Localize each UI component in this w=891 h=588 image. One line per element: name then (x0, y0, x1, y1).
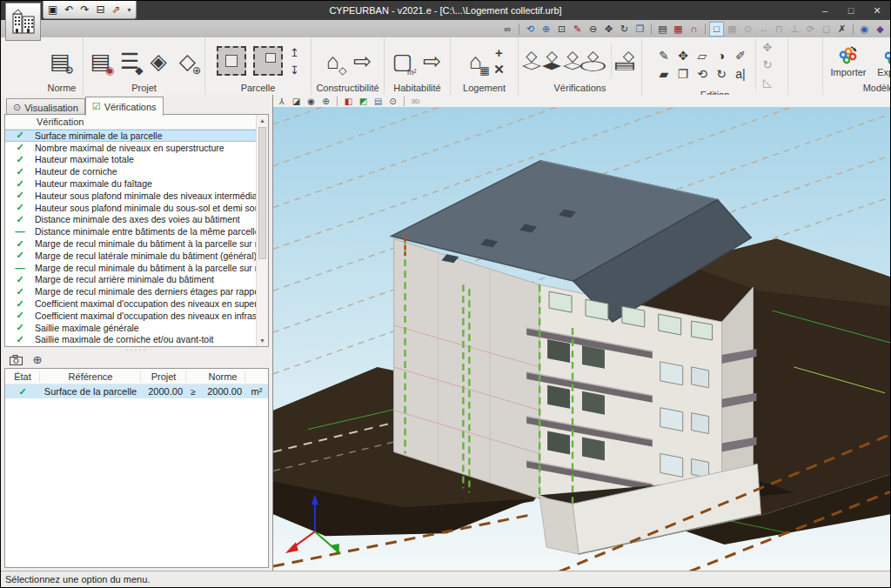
scrollbar-thumb[interactable] (258, 127, 266, 259)
grid-icon[interactable]: ▦ (725, 22, 740, 37)
bim-export-button[interactable]: Exporter (874, 45, 891, 77)
zoom-out-icon[interactable]: ⊖ (586, 22, 600, 37)
tools-icon[interactable]: ✗ (834, 22, 849, 37)
list-item[interactable]: ✓Surface minimale de la parcelle (5, 130, 257, 142)
list-item[interactable]: ✓Marge de recul minimale du bâtiment à l… (5, 237, 257, 250)
verify-edges-icon[interactable]: ◇ ◇ (522, 43, 541, 78)
list-item[interactable]: ✓Marge de recul minimale des derniers ét… (5, 285, 257, 297)
project-data-icon[interactable]: ▤ ◉ (87, 43, 114, 79)
camera-icon[interactable] (8, 353, 23, 366)
zoom-all-icon[interactable]: ⊕ (539, 22, 553, 37)
application-menu-button[interactable] (5, 3, 41, 41)
dimension-text-icon[interactable]: ⊓ (772, 22, 787, 37)
save-icon[interactable]: ▣ (48, 4, 57, 15)
verify-parcel-icon[interactable]: ◇ ◆ (543, 43, 562, 78)
snapshot-icon[interactable]: ▤ (372, 96, 385, 107)
rotate-icon[interactable]: ↻ (716, 67, 727, 81)
add-logement-icon[interactable]: + (492, 44, 507, 60)
copy-icon[interactable]: ❐ (678, 67, 689, 81)
rotate-view-icon[interactable]: ⟳ (803, 22, 818, 37)
chevron-down-icon[interactable]: ▾ (128, 6, 131, 14)
move-icon[interactable]: ✥ (678, 49, 688, 63)
project-position-icon[interactable]: ◇ ⊕ (174, 43, 201, 79)
habitability-icon[interactable]: ▢ m² (389, 43, 417, 79)
eraser-icon[interactable]: ▰ (660, 67, 669, 81)
list-item[interactable]: ✓Hauteur maximale totale (5, 154, 257, 166)
send-view-icon[interactable]: ❐ (633, 22, 647, 37)
redraw-icon[interactable]: ✎ (570, 22, 585, 37)
zoom-previous-icon[interactable]: ⟲ (523, 22, 538, 37)
list-item[interactable]: ✓Nombre maximal de niveaux en superstruc… (5, 142, 257, 154)
tab-verifications[interactable]: ☑ Vérifications (85, 97, 164, 116)
move-small-icon[interactable]: ✥ (760, 39, 775, 55)
list-item[interactable]: ✓Saillie maximale de corniche et/ou avan… (5, 334, 257, 346)
dxf-layers-icon[interactable]: ▦ (671, 22, 686, 37)
export-icon[interactable]: ⇗ (112, 4, 121, 15)
redo-icon[interactable]: ↷ (80, 4, 89, 15)
logement-icon[interactable]: ⌂ ▦ (462, 43, 490, 79)
parcel-raise-icon[interactable]: ↥ (287, 44, 303, 60)
print-icon[interactable]: ⊟ (96, 4, 104, 15)
scroll-down-icon[interactable]: ▼ (257, 335, 268, 346)
axes-icon[interactable]: ⅄ (275, 96, 288, 107)
eye-orbit-icon[interactable]: ◉ (305, 96, 318, 107)
invert-icon[interactable]: ⟲ (697, 67, 707, 81)
symmetry-icon[interactable]: ◑ (718, 49, 725, 63)
view-3d-icon[interactable]: ◪ (290, 96, 303, 107)
scroll-up-icon[interactable]: ▲ (257, 115, 268, 126)
gimbal-icon[interactable]: ⊕ (319, 96, 332, 107)
undo-icon[interactable]: ↶ (64, 4, 73, 15)
minimize-button[interactable]: – (812, 1, 838, 20)
help-book-icon[interactable]: ◆ (873, 22, 888, 37)
parcel-edit-icon[interactable] (253, 46, 283, 76)
list-item[interactable]: ✓Hauteur de corniche (5, 165, 257, 177)
close-button[interactable]: ✕ (864, 1, 890, 20)
list-item[interactable]: ✓Marge de recul arrière minimale du bâti… (5, 274, 257, 286)
list-item[interactable]: —Marge de recul minimale du bâtiment à l… (5, 262, 257, 274)
section-green-icon[interactable]: ◩ (357, 96, 370, 107)
list-scrollbar[interactable]: ▲ ▼ (256, 115, 268, 346)
maximize-button[interactable]: □ (838, 1, 864, 20)
list-item[interactable]: ✓Coefficient maximal d'occupation des ni… (5, 297, 257, 310)
target-icon[interactable]: ⊕ (30, 353, 45, 366)
rotate-small-icon[interactable]: ↻ (760, 57, 775, 72)
erase-small-icon[interactable]: ◺ (760, 74, 775, 90)
list-item[interactable]: ✓Hauteur maximale du faîtage (5, 177, 257, 190)
verify-volume-icon[interactable]: ◇ ◯ (584, 43, 603, 78)
project-layers-icon[interactable]: ◈ (145, 43, 172, 79)
perpendicular-icon[interactable]: ⊥ (787, 22, 802, 37)
visibility-icon[interactable]: ⊙ (386, 96, 399, 107)
parcel-icon[interactable] (217, 46, 246, 76)
section-red-icon[interactable]: ◧ (342, 96, 355, 107)
orbit-icon[interactable]: ↻ (617, 22, 632, 37)
panel-splitter[interactable]: ····· (1, 347, 272, 352)
dimension-linear-icon[interactable]: ↔ (756, 22, 771, 37)
modify-icon[interactable]: ✐ (735, 49, 746, 63)
web-globe-icon[interactable]: ◉ (857, 22, 872, 37)
tab-visualisation[interactable]: ⊙ Visualisation (6, 98, 85, 116)
list-item[interactable]: —Distance minimale entre bâtiments de la… (5, 225, 257, 237)
list-item[interactable]: ✓Hauteur sous plafond minimale du sous-s… (5, 202, 257, 214)
verify-report-icon[interactable]: ◇ ▤ (611, 43, 638, 78)
project-levels-icon[interactable]: ☰ ◆ (116, 43, 143, 79)
table-row[interactable]: ✓ Surface de la parcelle 2000.00 ≥ 2000.… (5, 384, 268, 398)
3d-viewport[interactable] (273, 107, 890, 571)
list-item[interactable]: ✓Hauteur sous plafond minimale des nivea… (5, 190, 257, 202)
hand-3d-icon[interactable]: 3D (409, 96, 422, 107)
habitability-transfer-icon[interactable]: ⇨ (419, 43, 446, 79)
dxf-template-icon[interactable]: ▤ (655, 22, 670, 37)
constructibility-transfer-icon[interactable]: ⇨ (349, 43, 377, 79)
pan-icon[interactable]: ✥ (601, 22, 616, 37)
snap-center-icon[interactable]: ⊙ (740, 22, 755, 37)
search-binoculars-icon[interactable]: ∞ (500, 22, 515, 37)
pencil-icon[interactable]: ✎ (659, 49, 669, 63)
text-icon[interactable]: a| (735, 67, 745, 81)
zoom-window-icon[interactable]: ⊡ (554, 22, 569, 37)
delete-logement-icon[interactable]: ✕ (492, 62, 507, 77)
edit-polygon-icon[interactable]: ▱ (698, 49, 707, 63)
parcel-lower-icon[interactable]: ↧ (287, 62, 303, 77)
ortho-mode-icon[interactable]: □ (709, 22, 724, 37)
list-item[interactable]: ✓Marge de recul latérale minimale du bât… (5, 250, 257, 262)
magnet-snap-icon[interactable]: ∩ (687, 22, 701, 37)
list-item[interactable]: ✓Distance minimale des axes des voies au… (5, 214, 257, 226)
